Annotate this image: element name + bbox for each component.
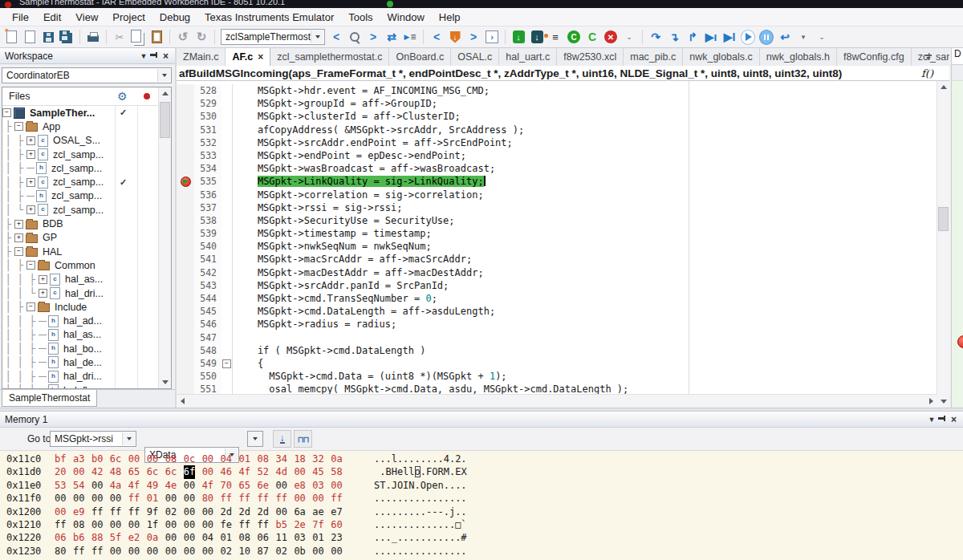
selected-byte[interactable]: 6f xyxy=(184,465,195,478)
memory-byte[interactable]: 00 xyxy=(165,531,177,544)
quick-search-combobox[interactable]: zclSampleThermost xyxy=(221,29,325,45)
step-out-icon[interactable]: ↱ xyxy=(685,30,700,44)
expand-icon[interactable]: + xyxy=(39,289,47,298)
memory-byte[interactable]: 02 xyxy=(165,505,177,518)
memory-byte[interactable]: 03 xyxy=(312,479,323,492)
editor-tab-OSAL.c[interactable]: OSAL.c xyxy=(451,48,499,66)
memory-byte[interactable]: 00 xyxy=(331,479,342,492)
memory-byte[interactable]: 08 xyxy=(257,452,268,465)
breakpoint-gutter[interactable] xyxy=(177,253,194,266)
new-file-icon[interactable] xyxy=(4,30,18,44)
configuration-combobox[interactable]: CoordinatorEB xyxy=(2,67,172,83)
memory-byte[interactable]: 4f xyxy=(128,479,140,492)
memory-byte[interactable]: 80 xyxy=(55,545,66,558)
combo-dropdown-icon[interactable] xyxy=(311,30,323,43)
scroll-left-icon[interactable] xyxy=(177,395,189,408)
memory-byte[interactable]: 06 xyxy=(55,531,66,544)
memory-byte[interactable]: 6a xyxy=(294,505,305,518)
memory-byte[interactable]: 08 xyxy=(239,531,250,544)
tree-item-SampleTher-[interactable]: −SampleTher...✓ xyxy=(2,106,159,120)
run-to-cursor-icon[interactable]: ▶I xyxy=(722,30,737,44)
memory-row-0x1200[interactable]: 0x120000e9ffffff9f0200002d2d2d006aaee7..… xyxy=(0,505,963,518)
memory-byte[interactable]: a3 xyxy=(73,452,84,465)
memory-byte[interactable]: 00 xyxy=(294,492,305,505)
memory-byte[interactable]: 0c xyxy=(184,452,195,465)
menu-item-debug[interactable]: Debug xyxy=(152,10,197,25)
debug-toolbar-dropdown-icon[interactable]: ▾ xyxy=(796,30,811,44)
code-line-545[interactable]: 545 MSGpkt->cmd.DataLength = aff->asduLe… xyxy=(177,305,937,318)
memory-byte[interactable]: 48 xyxy=(110,465,121,478)
tree-item-hal-dri-[interactable]: ││├hhal_dri... xyxy=(2,370,159,383)
memory-byte[interactable]: b5 xyxy=(275,518,286,531)
memory-byte[interactable]: e2 xyxy=(128,531,140,544)
memory-byte[interactable]: 45 xyxy=(312,465,323,478)
code-line-547[interactable]: 547 xyxy=(177,331,937,344)
tab-list-icon[interactable] xyxy=(922,51,935,63)
expand-icon[interactable]: + xyxy=(39,275,47,284)
memory-byte[interactable]: 00 xyxy=(184,505,195,518)
breakpoint-gutter[interactable] xyxy=(177,84,194,97)
code-line-542[interactable]: 542 MSGpkt->macDestAddr = aff->macDestAd… xyxy=(177,266,937,279)
memory-byte[interactable]: 02 xyxy=(275,545,286,558)
memory-row-0x1230[interactable]: 0x123080ffff000000000000021087020b0000..… xyxy=(0,545,963,558)
code-line-537[interactable]: 537 MSGpkt->rssi = sig->rssi; xyxy=(177,201,937,214)
editor-tab-OnBoard.c[interactable]: OnBoard.c xyxy=(389,48,451,66)
memory-byte[interactable]: 00 xyxy=(55,505,66,518)
memory-refresh-icon[interactable]: ⊓⊓ xyxy=(294,430,312,448)
breakpoint-gutter[interactable] xyxy=(177,227,194,240)
tree-item-zcl-samp-[interactable]: │├+czcl_samp... xyxy=(2,148,159,161)
build-log-icon[interactable]: ≡ xyxy=(548,30,563,44)
memory-row-0x11f0[interactable]: 0x11f000000000ff01000080ffffffff0000ff..… xyxy=(0,492,963,505)
memory-byte[interactable]: 7f xyxy=(312,518,323,531)
tree-item-Include[interactable]: │├−Include xyxy=(2,300,159,314)
memory-byte[interactable]: 00 xyxy=(73,465,84,478)
breakpoint-gutter[interactable] xyxy=(177,214,194,227)
memory-byte[interactable]: 2d xyxy=(239,505,250,518)
memory-byte[interactable]: ff xyxy=(221,492,232,505)
menu-item-view[interactable]: View xyxy=(68,10,105,25)
memory-byte[interactable]: 00 xyxy=(184,479,195,492)
expand-icon[interactable]: + xyxy=(26,136,35,145)
vertical-splitter[interactable] xyxy=(175,48,177,408)
memory-byte[interactable]: 1f xyxy=(147,518,158,531)
editor-vertical-scrollbar[interactable] xyxy=(937,81,949,408)
breakpoint-gutter[interactable] xyxy=(177,162,194,175)
memory-byte[interactable]: ff xyxy=(128,505,140,518)
scroll-up-icon[interactable] xyxy=(159,87,171,99)
redo-icon[interactable]: ↻ xyxy=(194,30,209,44)
memory-byte[interactable]: 00 xyxy=(110,545,121,558)
memory-row-0x1220[interactable]: 0x122006b6885fe20a00000401080611030123..… xyxy=(0,531,963,544)
breakpoint-gutter[interactable] xyxy=(177,240,194,253)
memory-byte[interactable]: 00 xyxy=(147,545,158,558)
memory-byte[interactable]: 6c xyxy=(110,452,121,465)
recompile-icon[interactable]: C xyxy=(567,30,581,44)
memory-byte[interactable]: ff xyxy=(55,518,66,531)
code-line-530[interactable]: 530 MSGpkt->clusterId = aff->ClusterID; xyxy=(177,110,937,123)
scrollbar-thumb[interactable] xyxy=(160,102,170,138)
memory-byte[interactable]: 4d xyxy=(275,465,286,478)
workspace-menu-icon[interactable]: ▼ xyxy=(137,52,150,60)
memory-byte[interactable]: 08 xyxy=(165,452,177,465)
memory-byte[interactable]: 00 xyxy=(184,545,195,558)
memory-byte[interactable]: ff xyxy=(239,518,250,531)
memory-byte[interactable]: ae xyxy=(312,505,323,518)
download-and-debug-icon[interactable]: ↓ xyxy=(511,30,526,44)
memory-byte[interactable]: 0b xyxy=(294,545,305,558)
open-panel-icon[interactable]: › xyxy=(485,30,499,44)
toolbar-overflow-icon[interactable]: ⌄ xyxy=(622,30,636,44)
scroll-down-icon[interactable] xyxy=(159,376,171,388)
memory-row-0x11c0[interactable]: 0x11c0bfa3b06c0000080c000401083418320a..… xyxy=(0,452,963,465)
memory-byte[interactable]: 00 xyxy=(275,505,286,518)
tree-item-hal-as-[interactable]: ││├+chal_as... xyxy=(2,273,159,286)
breakpoint-gutter[interactable] xyxy=(177,344,194,357)
copy-icon[interactable] xyxy=(131,30,145,44)
memory-byte[interactable]: 42 xyxy=(91,465,103,478)
code-line-536[interactable]: 536 MSGpkt->correlation = sig->correlati… xyxy=(177,189,937,201)
memory-byte[interactable]: 2d xyxy=(257,505,268,518)
tree-item-zcl-samp-[interactable]: │├hzcl_samp... xyxy=(2,161,159,175)
debug-toolbar-overflow-icon[interactable]: ⌄ xyxy=(815,30,829,44)
memory-byte[interactable]: 2d xyxy=(221,505,232,518)
breakpoint-current-statement-icon[interactable] xyxy=(181,177,191,187)
memory-byte[interactable]: 01 xyxy=(147,492,158,505)
scroll-up-icon[interactable] xyxy=(937,81,949,93)
